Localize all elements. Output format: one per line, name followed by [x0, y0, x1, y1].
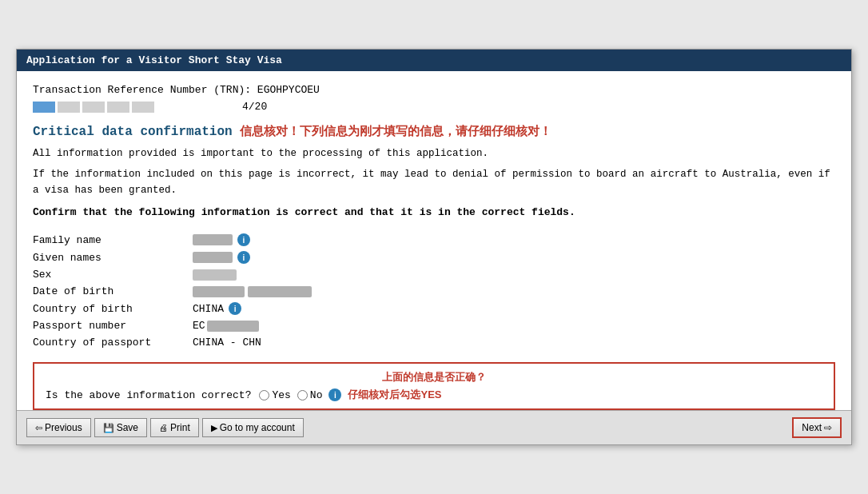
radio-yes-label[interactable]: Yes	[259, 389, 290, 401]
progress-text: 4/20	[242, 101, 267, 113]
info-icon-correct[interactable]: i	[328, 388, 341, 401]
field-label-sex: Sex	[33, 269, 193, 281]
trn-value: EGOHPYCOEU	[257, 84, 320, 96]
field-label-dob: Date of birth	[33, 285, 193, 297]
radio-no-label[interactable]: No	[297, 389, 323, 401]
progress-seg-1	[33, 102, 55, 113]
field-value-family-name: i	[193, 233, 250, 246]
confirmation-question: Is the above information correct?	[46, 389, 251, 401]
go-account-icon: ▶	[211, 423, 217, 433]
save-icon: 💾	[103, 423, 114, 433]
blurred-passport-num	[207, 321, 259, 332]
field-value-given-names: i	[193, 251, 250, 264]
blurred-dob-2	[248, 286, 312, 297]
confirmation-box: 上面的信息是否正确？ Is the above information corr…	[33, 362, 835, 410]
field-value-sex	[193, 269, 237, 281]
field-row-dob: Date of birth	[33, 283, 835, 300]
field-label-family-name: Family name	[33, 234, 193, 246]
critical-en-title: Critical data confirmation	[33, 125, 233, 139]
info-icon-given-names[interactable]: i	[237, 251, 250, 264]
field-value-dob	[193, 286, 312, 297]
progress-seg-5	[132, 102, 154, 113]
field-label-given-names: Given names	[33, 252, 193, 264]
field-label-country-passport: Country of passport	[33, 337, 193, 349]
next-icon: ⇨	[824, 422, 832, 433]
passport-prefix: EC	[193, 320, 205, 332]
footer-left: ⇦ Previous 💾 Save 🖨 Print ▶ Go to my acc…	[26, 418, 304, 437]
field-value-country-birth: CHINA i	[193, 302, 241, 315]
previous-button[interactable]: ⇦ Previous	[26, 418, 91, 437]
trn-label: Transaction Reference Number (TRN):	[33, 84, 251, 96]
next-button[interactable]: Next ⇨	[792, 417, 842, 438]
value-country-birth: CHINA	[193, 303, 224, 315]
value-country-passport: CHINA - CHN	[193, 337, 261, 349]
blurred-given-names	[193, 252, 233, 263]
radio-no-text: No	[310, 389, 323, 401]
radio-yes-text: Yes	[272, 389, 290, 401]
field-row-country-passport: Country of passport CHINA - CHN	[33, 334, 835, 351]
print-button[interactable]: 🖨 Print	[150, 418, 199, 437]
print-label: Print	[170, 422, 190, 433]
go-account-button[interactable]: ▶ Go to my account	[202, 418, 304, 437]
blurred-dob-1	[193, 286, 245, 297]
radio-no[interactable]	[297, 390, 308, 400]
info-icon-family-name[interactable]: i	[237, 233, 250, 246]
info-text-2: If the information included on this page…	[33, 166, 835, 198]
confirmation-row: Is the above information correct? Yes No…	[46, 388, 822, 402]
progress-seg-3	[82, 102, 105, 113]
trn-line: Transaction Reference Number (TRN): EGOH…	[33, 84, 835, 96]
radio-group: Yes No i 仔细核对后勾选YES	[259, 388, 441, 402]
field-row-given-names: Given names i	[33, 249, 835, 266]
field-value-passport: EC	[193, 320, 259, 332]
field-row-passport: Passport number EC	[33, 317, 835, 334]
save-label: Save	[117, 422, 138, 433]
confirm-instruction: Confirm that the following information i…	[33, 206, 835, 218]
next-label: Next	[802, 422, 822, 433]
blurred-family-name	[193, 234, 233, 245]
title-bar: Application for a Visitor Short Stay Vis…	[17, 50, 851, 71]
field-row-country-birth: Country of birth CHINA i	[33, 300, 835, 317]
window-title: Application for a Visitor Short Stay Vis…	[26, 54, 282, 66]
field-value-country-passport: CHINA - CHN	[193, 337, 261, 349]
previous-icon: ⇦	[35, 423, 42, 433]
save-button[interactable]: 💾 Save	[94, 418, 147, 437]
blurred-sex	[193, 269, 237, 281]
progress-seg-4	[107, 102, 129, 113]
fields-section: Family name i Given names i Sex	[33, 231, 835, 351]
progress-bar	[33, 102, 154, 113]
progress-seg-2	[58, 102, 80, 113]
confirm-hint-zh: 仔细核对后勾选YES	[348, 388, 441, 402]
print-icon: 🖨	[159, 423, 168, 432]
previous-label: Previous	[45, 422, 82, 433]
critical-zh-title: 信息核对！下列信息为刚才填写的信息，请仔细仔细核对！	[240, 124, 551, 137]
field-row-sex: Sex	[33, 266, 835, 283]
critical-title: Critical data confirmation 信息核对！下列信息为刚才填…	[33, 124, 835, 139]
go-account-label: Go to my account	[220, 422, 295, 433]
field-row-family-name: Family name i	[33, 231, 835, 249]
footer: ⇦ Previous 💾 Save 🖨 Print ▶ Go to my acc…	[17, 410, 851, 444]
progress-row: 4/20	[33, 101, 835, 113]
field-label-country-birth: Country of birth	[33, 303, 193, 315]
radio-yes[interactable]	[259, 390, 269, 400]
field-label-passport: Passport number	[33, 320, 193, 332]
info-text-1: All information provided is important to…	[33, 145, 835, 161]
confirmation-label-zh: 上面的信息是否正确？	[46, 370, 822, 384]
info-icon-country-birth[interactable]: i	[229, 302, 241, 315]
